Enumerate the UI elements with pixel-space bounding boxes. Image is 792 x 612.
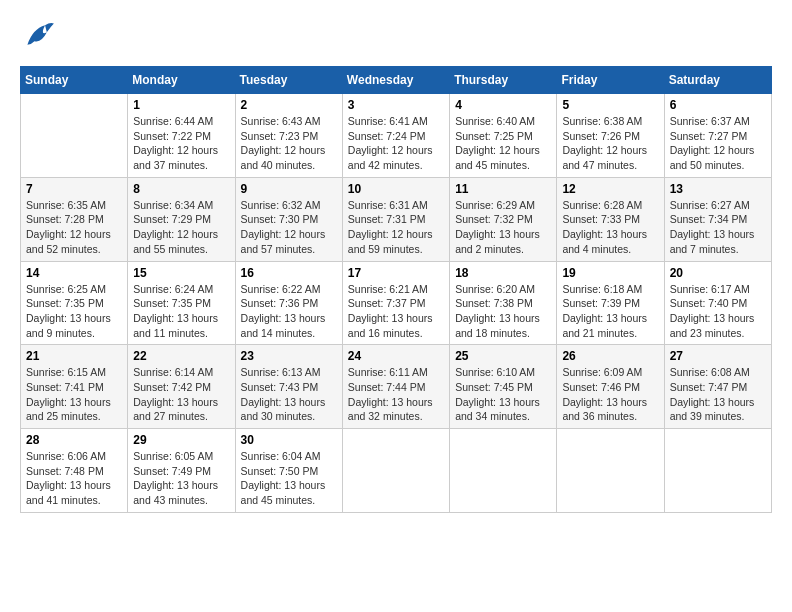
day-info: Sunrise: 6:15 AM Sunset: 7:41 PM Dayligh… [26,365,122,424]
day-info: Sunrise: 6:32 AM Sunset: 7:30 PM Dayligh… [241,198,337,257]
day-info: Sunrise: 6:22 AM Sunset: 7:36 PM Dayligh… [241,282,337,341]
day-header-saturday: Saturday [664,67,771,94]
day-number: 2 [241,98,337,112]
day-info: Sunrise: 6:10 AM Sunset: 7:45 PM Dayligh… [455,365,551,424]
page-header [20,20,772,50]
day-number: 10 [348,182,444,196]
day-number: 15 [133,266,229,280]
day-number: 3 [348,98,444,112]
calendar-cell: 5Sunrise: 6:38 AM Sunset: 7:26 PM Daylig… [557,94,664,178]
logo [20,20,60,50]
calendar-cell: 29Sunrise: 6:05 AM Sunset: 7:49 PM Dayli… [128,429,235,513]
day-number: 4 [455,98,551,112]
calendar-cell: 7Sunrise: 6:35 AM Sunset: 7:28 PM Daylig… [21,177,128,261]
calendar-cell: 27Sunrise: 6:08 AM Sunset: 7:47 PM Dayli… [664,345,771,429]
calendar-cell: 3Sunrise: 6:41 AM Sunset: 7:24 PM Daylig… [342,94,449,178]
day-number: 22 [133,349,229,363]
day-info: Sunrise: 6:38 AM Sunset: 7:26 PM Dayligh… [562,114,658,173]
calendar-table: SundayMondayTuesdayWednesdayThursdayFrid… [20,66,772,513]
day-number: 7 [26,182,122,196]
day-header-wednesday: Wednesday [342,67,449,94]
calendar-cell: 25Sunrise: 6:10 AM Sunset: 7:45 PM Dayli… [450,345,557,429]
day-info: Sunrise: 6:11 AM Sunset: 7:44 PM Dayligh… [348,365,444,424]
day-number: 27 [670,349,766,363]
day-number: 18 [455,266,551,280]
calendar-cell: 2Sunrise: 6:43 AM Sunset: 7:23 PM Daylig… [235,94,342,178]
day-info: Sunrise: 6:06 AM Sunset: 7:48 PM Dayligh… [26,449,122,508]
calendar-cell: 4Sunrise: 6:40 AM Sunset: 7:25 PM Daylig… [450,94,557,178]
day-info: Sunrise: 6:08 AM Sunset: 7:47 PM Dayligh… [670,365,766,424]
day-info: Sunrise: 6:17 AM Sunset: 7:40 PM Dayligh… [670,282,766,341]
day-info: Sunrise: 6:04 AM Sunset: 7:50 PM Dayligh… [241,449,337,508]
day-number: 1 [133,98,229,112]
calendar-cell: 26Sunrise: 6:09 AM Sunset: 7:46 PM Dayli… [557,345,664,429]
calendar-cell: 10Sunrise: 6:31 AM Sunset: 7:31 PM Dayli… [342,177,449,261]
calendar-cell [450,429,557,513]
calendar-cell: 21Sunrise: 6:15 AM Sunset: 7:41 PM Dayli… [21,345,128,429]
day-info: Sunrise: 6:05 AM Sunset: 7:49 PM Dayligh… [133,449,229,508]
day-info: Sunrise: 6:21 AM Sunset: 7:37 PM Dayligh… [348,282,444,341]
day-info: Sunrise: 6:44 AM Sunset: 7:22 PM Dayligh… [133,114,229,173]
day-info: Sunrise: 6:28 AM Sunset: 7:33 PM Dayligh… [562,198,658,257]
day-info: Sunrise: 6:13 AM Sunset: 7:43 PM Dayligh… [241,365,337,424]
day-number: 28 [26,433,122,447]
calendar-cell [21,94,128,178]
day-header-thursday: Thursday [450,67,557,94]
day-number: 25 [455,349,551,363]
calendar-cell: 30Sunrise: 6:04 AM Sunset: 7:50 PM Dayli… [235,429,342,513]
day-number: 8 [133,182,229,196]
day-number: 24 [348,349,444,363]
calendar-cell [557,429,664,513]
calendar-cell: 12Sunrise: 6:28 AM Sunset: 7:33 PM Dayli… [557,177,664,261]
day-number: 20 [670,266,766,280]
calendar-cell: 22Sunrise: 6:14 AM Sunset: 7:42 PM Dayli… [128,345,235,429]
calendar-cell: 11Sunrise: 6:29 AM Sunset: 7:32 PM Dayli… [450,177,557,261]
day-number: 6 [670,98,766,112]
calendar-cell: 14Sunrise: 6:25 AM Sunset: 7:35 PM Dayli… [21,261,128,345]
calendar-cell: 17Sunrise: 6:21 AM Sunset: 7:37 PM Dayli… [342,261,449,345]
day-info: Sunrise: 6:29 AM Sunset: 7:32 PM Dayligh… [455,198,551,257]
week-row-3: 14Sunrise: 6:25 AM Sunset: 7:35 PM Dayli… [21,261,772,345]
day-number: 26 [562,349,658,363]
week-row-5: 28Sunrise: 6:06 AM Sunset: 7:48 PM Dayli… [21,429,772,513]
day-info: Sunrise: 6:40 AM Sunset: 7:25 PM Dayligh… [455,114,551,173]
calendar-cell: 9Sunrise: 6:32 AM Sunset: 7:30 PM Daylig… [235,177,342,261]
calendar-cell: 28Sunrise: 6:06 AM Sunset: 7:48 PM Dayli… [21,429,128,513]
day-header-monday: Monday [128,67,235,94]
calendar-cell: 18Sunrise: 6:20 AM Sunset: 7:38 PM Dayli… [450,261,557,345]
calendar-cell [664,429,771,513]
calendar-cell: 23Sunrise: 6:13 AM Sunset: 7:43 PM Dayli… [235,345,342,429]
day-header-tuesday: Tuesday [235,67,342,94]
calendar-cell: 8Sunrise: 6:34 AM Sunset: 7:29 PM Daylig… [128,177,235,261]
day-info: Sunrise: 6:34 AM Sunset: 7:29 PM Dayligh… [133,198,229,257]
day-number: 23 [241,349,337,363]
day-number: 9 [241,182,337,196]
day-info: Sunrise: 6:31 AM Sunset: 7:31 PM Dayligh… [348,198,444,257]
day-info: Sunrise: 6:43 AM Sunset: 7:23 PM Dayligh… [241,114,337,173]
calendar-cell: 19Sunrise: 6:18 AM Sunset: 7:39 PM Dayli… [557,261,664,345]
day-info: Sunrise: 6:25 AM Sunset: 7:35 PM Dayligh… [26,282,122,341]
day-number: 5 [562,98,658,112]
day-number: 29 [133,433,229,447]
week-row-4: 21Sunrise: 6:15 AM Sunset: 7:41 PM Dayli… [21,345,772,429]
day-info: Sunrise: 6:27 AM Sunset: 7:34 PM Dayligh… [670,198,766,257]
day-info: Sunrise: 6:35 AM Sunset: 7:28 PM Dayligh… [26,198,122,257]
calendar-cell [342,429,449,513]
day-number: 30 [241,433,337,447]
day-info: Sunrise: 6:18 AM Sunset: 7:39 PM Dayligh… [562,282,658,341]
day-info: Sunrise: 6:20 AM Sunset: 7:38 PM Dayligh… [455,282,551,341]
calendar-cell: 1Sunrise: 6:44 AM Sunset: 7:22 PM Daylig… [128,94,235,178]
day-number: 14 [26,266,122,280]
calendar-cell: 13Sunrise: 6:27 AM Sunset: 7:34 PM Dayli… [664,177,771,261]
calendar-cell: 24Sunrise: 6:11 AM Sunset: 7:44 PM Dayli… [342,345,449,429]
calendar-cell: 6Sunrise: 6:37 AM Sunset: 7:27 PM Daylig… [664,94,771,178]
calendar-cell: 16Sunrise: 6:22 AM Sunset: 7:36 PM Dayli… [235,261,342,345]
calendar-cell: 20Sunrise: 6:17 AM Sunset: 7:40 PM Dayli… [664,261,771,345]
day-header-sunday: Sunday [21,67,128,94]
day-info: Sunrise: 6:41 AM Sunset: 7:24 PM Dayligh… [348,114,444,173]
calendar-cell: 15Sunrise: 6:24 AM Sunset: 7:35 PM Dayli… [128,261,235,345]
day-number: 21 [26,349,122,363]
day-info: Sunrise: 6:24 AM Sunset: 7:35 PM Dayligh… [133,282,229,341]
day-number: 11 [455,182,551,196]
day-info: Sunrise: 6:14 AM Sunset: 7:42 PM Dayligh… [133,365,229,424]
